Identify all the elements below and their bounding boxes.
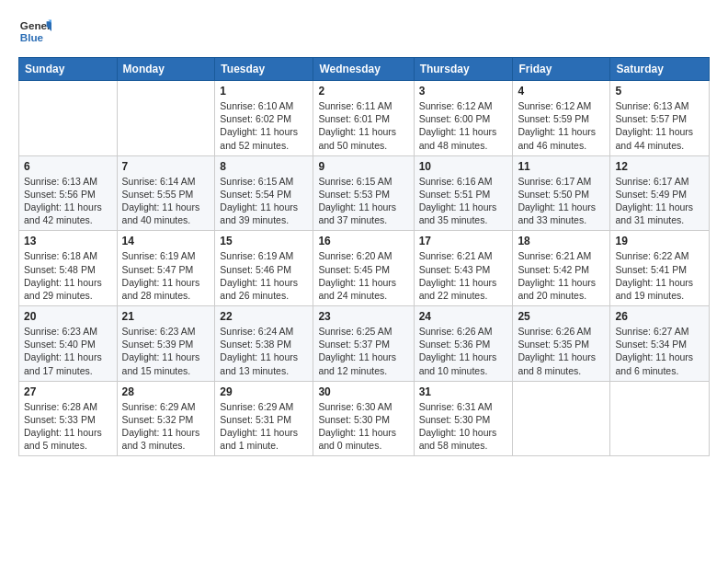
cell-info: Sunrise: 6:12 AM Sunset: 6:00 PM Dayligh… — [419, 99, 508, 152]
cell-info: Sunrise: 6:17 AM Sunset: 5:50 PM Dayligh… — [518, 175, 605, 227]
cell-day-number: 24 — [419, 310, 508, 323]
logo: General Blue — [18, 15, 51, 48]
cell-day-number: 20 — [24, 310, 112, 323]
cell-info: Sunrise: 6:26 AM Sunset: 5:36 PM Dayligh… — [419, 325, 508, 377]
column-header-monday: Monday — [117, 58, 215, 81]
cell-day-number: 3 — [419, 85, 508, 98]
calendar-cell: 17Sunrise: 6:21 AM Sunset: 5:43 PM Dayli… — [414, 231, 513, 306]
cell-info: Sunrise: 6:29 AM Sunset: 5:31 PM Dayligh… — [220, 400, 308, 453]
cell-info: Sunrise: 6:12 AM Sunset: 5:59 PM Dayligh… — [518, 99, 605, 152]
cell-info: Sunrise: 6:14 AM Sunset: 5:55 PM Dayligh… — [122, 175, 210, 227]
column-header-sunday: Sunday — [19, 58, 118, 81]
cell-info: Sunrise: 6:19 AM Sunset: 5:46 PM Dayligh… — [220, 249, 308, 302]
calendar-cell: 10Sunrise: 6:16 AM Sunset: 5:51 PM Dayli… — [414, 155, 513, 231]
cell-info: Sunrise: 6:22 AM Sunset: 5:41 PM Dayligh… — [615, 249, 704, 302]
calendar-cell: 9Sunrise: 6:15 AM Sunset: 5:53 PM Daylig… — [313, 155, 414, 231]
cell-day-number: 17 — [419, 235, 508, 247]
cell-day-number: 11 — [518, 160, 605, 173]
calendar-cell — [117, 81, 215, 156]
calendar-cell: 15Sunrise: 6:19 AM Sunset: 5:46 PM Dayli… — [215, 231, 313, 306]
calendar-cell: 11Sunrise: 6:17 AM Sunset: 5:50 PM Dayli… — [513, 155, 610, 231]
cell-info: Sunrise: 6:21 AM Sunset: 5:42 PM Dayligh… — [518, 249, 605, 302]
cell-day-number: 15 — [220, 235, 308, 247]
cell-info: Sunrise: 6:27 AM Sunset: 5:34 PM Dayligh… — [615, 325, 704, 377]
calendar-cell: 28Sunrise: 6:29 AM Sunset: 5:32 PM Dayli… — [117, 381, 215, 456]
cell-info: Sunrise: 6:13 AM Sunset: 5:56 PM Dayligh… — [24, 175, 112, 227]
cell-day-number: 31 — [419, 385, 508, 398]
cell-day-number: 9 — [318, 160, 408, 173]
cell-info: Sunrise: 6:10 AM Sunset: 6:02 PM Dayligh… — [220, 99, 308, 152]
cell-day-number: 19 — [615, 235, 704, 247]
cell-day-number: 18 — [518, 235, 605, 247]
calendar-week-5: 27Sunrise: 6:28 AM Sunset: 5:33 PM Dayli… — [19, 381, 710, 456]
calendar-cell — [610, 381, 710, 456]
calendar-cell: 26Sunrise: 6:27 AM Sunset: 5:34 PM Dayli… — [610, 306, 710, 382]
calendar-cell: 19Sunrise: 6:22 AM Sunset: 5:41 PM Dayli… — [610, 231, 710, 306]
calendar-cell: 16Sunrise: 6:20 AM Sunset: 5:45 PM Dayli… — [313, 231, 414, 306]
cell-info: Sunrise: 6:21 AM Sunset: 5:43 PM Dayligh… — [419, 249, 508, 302]
cell-day-number: 6 — [24, 160, 112, 173]
cell-day-number: 12 — [615, 160, 704, 173]
cell-info: Sunrise: 6:23 AM Sunset: 5:39 PM Dayligh… — [122, 325, 210, 377]
cell-day-number: 7 — [122, 160, 210, 173]
cell-day-number: 2 — [318, 85, 408, 98]
cell-info: Sunrise: 6:16 AM Sunset: 5:51 PM Dayligh… — [419, 175, 508, 227]
calendar-cell: 3Sunrise: 6:12 AM Sunset: 6:00 PM Daylig… — [414, 81, 513, 156]
calendar-week-1: 1Sunrise: 6:10 AM Sunset: 6:02 PM Daylig… — [19, 81, 710, 156]
cell-info: Sunrise: 6:29 AM Sunset: 5:32 PM Dayligh… — [122, 400, 210, 453]
calendar-week-2: 6Sunrise: 6:13 AM Sunset: 5:56 PM Daylig… — [19, 155, 710, 231]
calendar-cell: 27Sunrise: 6:28 AM Sunset: 5:33 PM Dayli… — [19, 381, 118, 456]
calendar-cell: 5Sunrise: 6:13 AM Sunset: 5:57 PM Daylig… — [610, 81, 710, 156]
cell-info: Sunrise: 6:18 AM Sunset: 5:48 PM Dayligh… — [24, 249, 112, 302]
cell-info: Sunrise: 6:26 AM Sunset: 5:35 PM Dayligh… — [518, 325, 605, 377]
logo-icon: General Blue — [18, 15, 51, 48]
calendar-cell: 30Sunrise: 6:30 AM Sunset: 5:30 PM Dayli… — [313, 381, 414, 456]
cell-day-number: 1 — [220, 85, 308, 98]
cell-info: Sunrise: 6:24 AM Sunset: 5:38 PM Dayligh… — [220, 325, 308, 377]
column-header-wednesday: Wednesday — [313, 58, 414, 81]
cell-day-number: 22 — [220, 310, 308, 323]
calendar-cell: 21Sunrise: 6:23 AM Sunset: 5:39 PM Dayli… — [117, 306, 215, 382]
cell-info: Sunrise: 6:13 AM Sunset: 5:57 PM Dayligh… — [615, 99, 704, 152]
cell-day-number: 26 — [615, 310, 704, 323]
calendar-cell: 2Sunrise: 6:11 AM Sunset: 6:01 PM Daylig… — [313, 81, 414, 156]
cell-day-number: 16 — [318, 235, 408, 247]
calendar-week-3: 13Sunrise: 6:18 AM Sunset: 5:48 PM Dayli… — [19, 231, 710, 306]
cell-day-number: 5 — [615, 85, 704, 98]
cell-info: Sunrise: 6:11 AM Sunset: 6:01 PM Dayligh… — [318, 99, 408, 152]
cell-day-number: 14 — [122, 235, 210, 247]
column-header-thursday: Thursday — [414, 58, 513, 81]
cell-day-number: 30 — [318, 385, 408, 398]
calendar-cell: 20Sunrise: 6:23 AM Sunset: 5:40 PM Dayli… — [19, 306, 118, 382]
header: General Blue — [18, 15, 710, 48]
calendar-cell: 6Sunrise: 6:13 AM Sunset: 5:56 PM Daylig… — [19, 155, 118, 231]
cell-day-number: 25 — [518, 310, 605, 323]
calendar-cell: 22Sunrise: 6:24 AM Sunset: 5:38 PM Dayli… — [215, 306, 313, 382]
svg-text:Blue: Blue — [20, 31, 44, 43]
calendar-cell: 14Sunrise: 6:19 AM Sunset: 5:47 PM Dayli… — [117, 231, 215, 306]
column-header-tuesday: Tuesday — [215, 58, 313, 81]
calendar-cell — [19, 81, 118, 156]
cell-day-number: 23 — [318, 310, 408, 323]
cell-info: Sunrise: 6:31 AM Sunset: 5:30 PM Dayligh… — [419, 400, 508, 453]
cell-info: Sunrise: 6:19 AM Sunset: 5:47 PM Dayligh… — [122, 249, 210, 302]
cell-day-number: 21 — [122, 310, 210, 323]
cell-day-number: 27 — [24, 385, 112, 398]
calendar-cell: 24Sunrise: 6:26 AM Sunset: 5:36 PM Dayli… — [414, 306, 513, 382]
cell-info: Sunrise: 6:15 AM Sunset: 5:54 PM Dayligh… — [220, 175, 308, 227]
column-header-saturday: Saturday — [610, 58, 710, 81]
calendar-week-4: 20Sunrise: 6:23 AM Sunset: 5:40 PM Dayli… — [19, 306, 710, 382]
calendar-cell: 12Sunrise: 6:17 AM Sunset: 5:49 PM Dayli… — [610, 155, 710, 231]
calendar-table: SundayMondayTuesdayWednesdayThursdayFrid… — [18, 57, 710, 456]
cell-info: Sunrise: 6:28 AM Sunset: 5:33 PM Dayligh… — [24, 400, 112, 453]
calendar-cell: 7Sunrise: 6:14 AM Sunset: 5:55 PM Daylig… — [117, 155, 215, 231]
calendar-header-row: SundayMondayTuesdayWednesdayThursdayFrid… — [19, 58, 710, 81]
cell-day-number: 4 — [518, 85, 605, 98]
cell-info: Sunrise: 6:23 AM Sunset: 5:40 PM Dayligh… — [24, 325, 112, 377]
cell-info: Sunrise: 6:20 AM Sunset: 5:45 PM Dayligh… — [318, 249, 408, 302]
calendar-cell: 23Sunrise: 6:25 AM Sunset: 5:37 PM Dayli… — [313, 306, 414, 382]
calendar-cell: 25Sunrise: 6:26 AM Sunset: 5:35 PM Dayli… — [513, 306, 610, 382]
calendar-cell — [513, 381, 610, 456]
cell-day-number: 28 — [122, 385, 210, 398]
cell-info: Sunrise: 6:30 AM Sunset: 5:30 PM Dayligh… — [318, 400, 408, 453]
